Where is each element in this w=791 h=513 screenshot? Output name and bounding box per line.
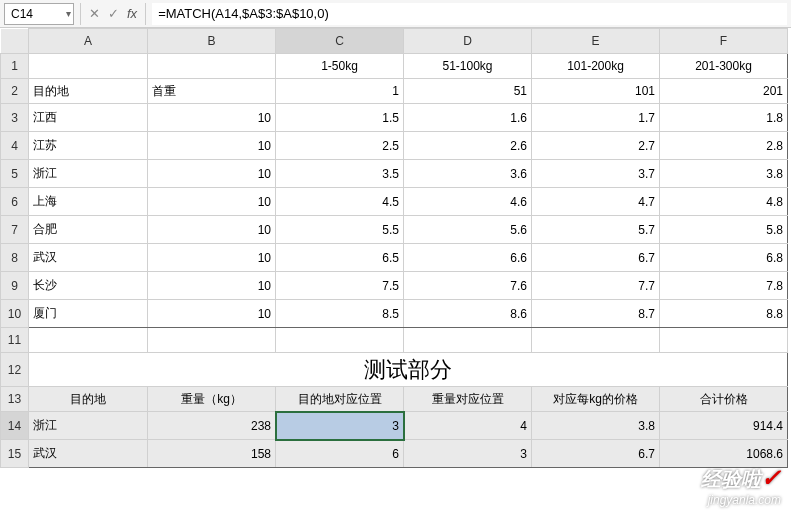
cell[interactable]: 1.8 <box>660 104 788 132</box>
cell[interactable]: 5.7 <box>532 216 660 244</box>
row-header-13[interactable]: 13 <box>1 387 29 412</box>
cell[interactable]: 合肥 <box>29 216 148 244</box>
select-all-corner[interactable] <box>1 29 29 54</box>
cell[interactable]: 武汉 <box>29 440 148 468</box>
col-header-B[interactable]: B <box>148 29 276 54</box>
cell[interactable]: 238 <box>148 412 276 440</box>
cell[interactable]: 201 <box>660 79 788 104</box>
cell[interactable]: 6.7 <box>532 244 660 272</box>
cell[interactable]: 重量对应位置 <box>404 387 532 412</box>
row-header-11[interactable]: 11 <box>1 328 29 353</box>
cell[interactable]: 10 <box>148 244 276 272</box>
row-header-5[interactable]: 5 <box>1 160 29 188</box>
cell[interactable] <box>148 328 276 353</box>
cell[interactable]: 1.7 <box>532 104 660 132</box>
cell[interactable]: 3.8 <box>532 412 660 440</box>
col-header-A[interactable]: A <box>29 29 148 54</box>
row-header-9[interactable]: 9 <box>1 272 29 300</box>
formula-input[interactable]: =MATCH(A14,$A$3:$A$10,0) <box>152 3 787 25</box>
cell[interactable]: 6.8 <box>660 244 788 272</box>
cell[interactable] <box>404 328 532 353</box>
cell[interactable]: 7.5 <box>276 272 404 300</box>
cell[interactable] <box>29 328 148 353</box>
cell[interactable]: 158 <box>148 440 276 468</box>
cell[interactable]: 目的地 <box>29 387 148 412</box>
cell[interactable]: 7.6 <box>404 272 532 300</box>
cell[interactable]: 2.7 <box>532 132 660 160</box>
cell[interactable]: 江苏 <box>29 132 148 160</box>
name-box[interactable]: C14 ▾ <box>4 3 74 25</box>
cell[interactable]: 10 <box>148 188 276 216</box>
cell[interactable]: 4.6 <box>404 188 532 216</box>
cell[interactable]: 8.6 <box>404 300 532 328</box>
row-header-1[interactable]: 1 <box>1 54 29 79</box>
cell[interactable]: 首重 <box>148 79 276 104</box>
row-header-4[interactable]: 4 <box>1 132 29 160</box>
col-header-D[interactable]: D <box>404 29 532 54</box>
row-header-6[interactable]: 6 <box>1 188 29 216</box>
cell[interactable]: 51 <box>404 79 532 104</box>
cell[interactable]: 10 <box>148 160 276 188</box>
cell[interactable]: 6.5 <box>276 244 404 272</box>
cell[interactable]: 2.5 <box>276 132 404 160</box>
cell[interactable]: 浙江 <box>29 412 148 440</box>
cell[interactable]: 2.6 <box>404 132 532 160</box>
cell[interactable]: 1.6 <box>404 104 532 132</box>
cell[interactable]: 4.5 <box>276 188 404 216</box>
row-header-3[interactable]: 3 <box>1 104 29 132</box>
cell[interactable]: 长沙 <box>29 272 148 300</box>
cell[interactable]: 厦门 <box>29 300 148 328</box>
cell[interactable]: 101 <box>532 79 660 104</box>
cell[interactable]: 8.5 <box>276 300 404 328</box>
row-header-2[interactable]: 2 <box>1 79 29 104</box>
cell[interactable]: 1068.6 <box>660 440 788 468</box>
cell[interactable]: 10 <box>148 300 276 328</box>
cell[interactable]: 3.8 <box>660 160 788 188</box>
row-header-8[interactable]: 8 <box>1 244 29 272</box>
cell[interactable]: 201-300kg <box>660 54 788 79</box>
cell[interactable]: 对应每kg的价格 <box>532 387 660 412</box>
col-header-C[interactable]: C <box>276 29 404 54</box>
cell[interactable]: 1-50kg <box>276 54 404 79</box>
cell[interactable]: 6.7 <box>532 440 660 468</box>
cell[interactable]: 合计价格 <box>660 387 788 412</box>
cell[interactable]: 6.6 <box>404 244 532 272</box>
cancel-icon[interactable]: ✕ <box>89 6 100 21</box>
cell[interactable] <box>148 54 276 79</box>
cell[interactable] <box>276 328 404 353</box>
fx-icon[interactable]: fx <box>127 6 137 21</box>
cell[interactable]: 3.5 <box>276 160 404 188</box>
cell[interactable]: 1.5 <box>276 104 404 132</box>
row-header-10[interactable]: 10 <box>1 300 29 328</box>
cell[interactable]: 浙江 <box>29 160 148 188</box>
cell[interactable] <box>660 328 788 353</box>
cell[interactable]: 914.4 <box>660 412 788 440</box>
cell[interactable]: 10 <box>148 104 276 132</box>
cell[interactable]: 6 <box>276 440 404 468</box>
cell[interactable]: 5.5 <box>276 216 404 244</box>
row-header-12[interactable]: 12 <box>1 353 29 387</box>
col-header-E[interactable]: E <box>532 29 660 54</box>
cell[interactable]: 3.6 <box>404 160 532 188</box>
row-header-15[interactable]: 15 <box>1 440 29 468</box>
row-header-7[interactable]: 7 <box>1 216 29 244</box>
cell[interactable]: 重量（kg） <box>148 387 276 412</box>
cell[interactable] <box>532 328 660 353</box>
cell[interactable]: 7.8 <box>660 272 788 300</box>
cell[interactable]: 10 <box>148 216 276 244</box>
cell[interactable]: 7.7 <box>532 272 660 300</box>
cell[interactable]: 3 <box>404 440 532 468</box>
cell[interactable]: 8.7 <box>532 300 660 328</box>
cell[interactable]: 江西 <box>29 104 148 132</box>
row-header-14[interactable]: 14 <box>1 412 29 440</box>
section-title[interactable]: 测试部分 <box>29 353 788 387</box>
cell[interactable]: 2.8 <box>660 132 788 160</box>
cell[interactable]: 上海 <box>29 188 148 216</box>
cell[interactable]: 3.7 <box>532 160 660 188</box>
cell[interactable]: 4.7 <box>532 188 660 216</box>
col-header-F[interactable]: F <box>660 29 788 54</box>
cell[interactable]: 4.8 <box>660 188 788 216</box>
cell[interactable]: 8.8 <box>660 300 788 328</box>
cell[interactable]: 5.6 <box>404 216 532 244</box>
selected-cell[interactable]: 3 <box>276 412 404 440</box>
